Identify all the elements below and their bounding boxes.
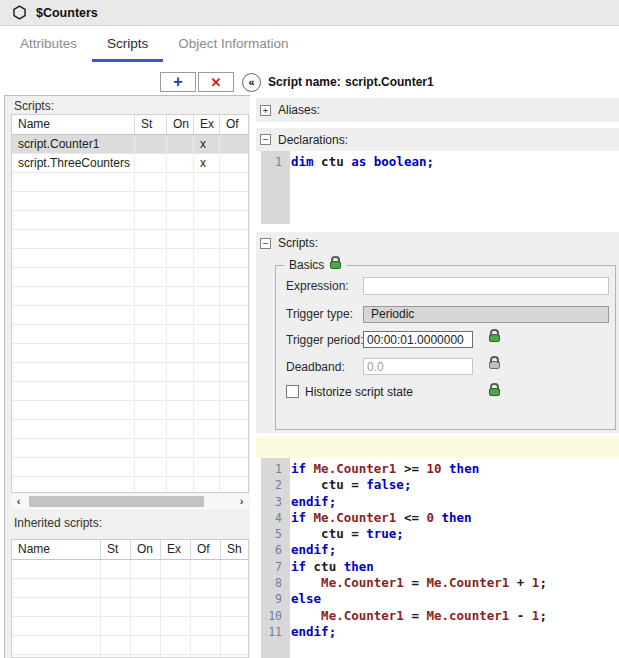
cell [12,477,135,493]
code-line[interactable]: 6endif; [261,542,619,558]
collapse-declarations-icon[interactable]: − [260,134,271,145]
empty-row [12,579,248,598]
empty-row [12,636,248,655]
column-header[interactable]: Of [220,115,249,134]
column-header[interactable]: Sh [221,540,249,559]
column-header[interactable]: Ex [161,540,191,559]
basics-legend: Basics [284,258,346,272]
script-editor-window: $Counters Attributes Scripts Object Info… [0,0,619,658]
line-number: 3 [261,494,286,510]
column-header[interactable]: On [131,540,161,559]
column-header[interactable]: Of [191,540,221,559]
column-header[interactable]: Name [12,115,135,134]
code-line[interactable]: 3endif; [261,494,619,510]
cell [167,268,194,286]
deadband-input[interactable] [363,358,473,375]
code-line[interactable]: 8 Me.Counter1 = Me.Counter1 + 1; [261,575,619,591]
code-line[interactable]: 10 Me.Counter1 = Me.counter1 - 1; [261,608,619,624]
trigger-period-field-row: Trigger period: [286,330,609,349]
code-line[interactable]: 7if ctu then [261,559,619,575]
script-body-editor[interactable]: 1if Me.Counter1 >= 10 then2 ctu = false;… [261,458,619,658]
cell [135,268,167,286]
cell [220,325,249,343]
delete-script-button[interactable]: ✕ [198,72,234,92]
scrollbar-thumb[interactable] [29,496,204,507]
cell [12,382,135,400]
add-script-button[interactable]: + [160,72,196,92]
declarations-section-header[interactable]: − Declarations: [256,128,619,151]
declarations-code[interactable]: 1dim ctu as boolean; [261,151,619,170]
script-name-value: script.Counter1 [345,75,434,89]
empty-row [12,439,248,458]
historize-label: Historize script state [305,385,413,399]
code-text: else [286,591,321,607]
cell [167,420,194,438]
cell [135,420,167,438]
cell [161,560,191,578]
column-header[interactable]: St [101,540,131,559]
horizontal-scrollbar[interactable]: ‹ › [11,494,249,509]
cell [135,154,167,172]
empty-row [12,382,248,401]
historize-checkbox[interactable] [286,385,299,398]
code-text: endif; [286,624,336,640]
scripts-section-header[interactable]: − Scripts: [256,232,619,254]
script-body-code[interactable]: 1if Me.Counter1 >= 10 then2 ctu = false;… [261,458,619,640]
cell [135,439,167,457]
code-line[interactable]: 4if Me.Counter1 <= 0 then [261,510,619,526]
empty-row [12,173,248,192]
line-number: 2 [261,477,286,493]
code-line[interactable]: 1dim ctu as boolean; [261,154,619,170]
cell [220,249,249,267]
inherited-scripts-label: Inherited scripts: [14,516,102,530]
cell [101,636,131,654]
column-header[interactable]: Ex [194,115,220,134]
lock-icon[interactable] [489,388,500,396]
line-number: 4 [261,510,286,526]
column-header[interactable]: On [167,115,194,134]
empty-row [12,268,248,287]
cell [12,439,135,457]
lock-icon[interactable] [489,361,500,369]
cell [220,230,249,248]
cell [220,135,249,153]
lock-icon[interactable] [489,334,500,342]
cell [12,458,135,476]
cell [12,287,135,305]
collapse-scripts-icon[interactable]: − [260,238,271,249]
tab-scripts[interactable]: Scripts [92,26,163,62]
cell [191,560,221,578]
code-line[interactable]: 1if Me.Counter1 >= 10 then [261,461,619,477]
trigger-type-dropdown[interactable]: Periodic [363,306,609,323]
expression-input[interactable] [363,277,609,295]
column-header[interactable]: St [135,115,167,134]
collapse-panel-button[interactable]: « [242,73,261,92]
empty-row [12,249,248,268]
code-line[interactable]: 9else [261,591,619,607]
code-line[interactable]: 11endif; [261,624,619,640]
empty-row [12,477,248,493]
scroll-right-icon[interactable]: › [234,494,249,509]
column-header[interactable]: Name [12,540,101,559]
code-line[interactable]: 5 ctu = true; [261,526,619,542]
expand-aliases-icon[interactable]: + [260,105,271,116]
scroll-left-icon[interactable]: ‹ [11,494,26,509]
trigger-period-input[interactable] [363,331,473,348]
tab-object-information[interactable]: Object Information [163,26,303,62]
cell [135,344,167,362]
cell [167,382,194,400]
code-text: Me.Counter1 = Me.Counter1 + 1; [286,575,547,591]
script-row[interactable]: script.ThreeCountersx [12,154,248,173]
expression-field-row: Expression: [286,276,609,295]
lock-icon[interactable] [330,261,341,269]
cell [131,579,161,597]
tab-attributes[interactable]: Attributes [5,26,92,62]
script-row[interactable]: script.Counter1x [12,135,248,154]
cell [167,249,194,267]
empty-row [12,230,248,249]
declarations-editor[interactable]: 1dim ctu as boolean; [261,151,619,224]
aliases-section-header[interactable]: + Aliases: [256,98,619,122]
code-line[interactable]: 2 ctu = false; [261,477,619,493]
expression-highlight-bar [256,437,619,458]
cell [135,306,167,324]
